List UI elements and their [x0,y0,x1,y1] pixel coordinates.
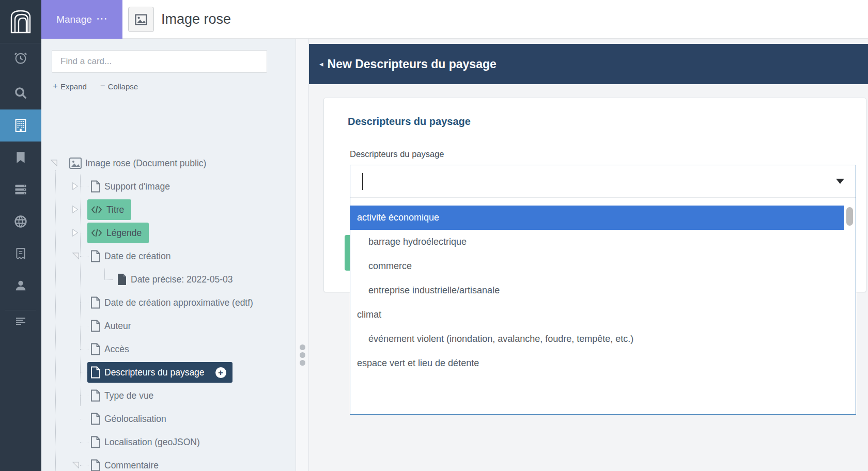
ellipsis-icon: ⋯ [96,12,107,25]
tree-item-label: Commentaire [104,460,159,471]
tree-row: Commentaire [41,454,296,471]
file-icon [90,459,101,471]
tree-row: Image rose (Document public) [41,152,296,175]
combobox-option[interactable]: espace vert et lieu de détente [350,351,856,375]
tree-item[interactable]: Auteur [87,316,134,336]
chevron-down-icon[interactable] [836,179,844,184]
plus-icon: + [53,81,58,91]
tree-item-label: Image rose (Document public) [85,158,206,169]
tree-item-label: Support d'image [104,181,170,192]
tree-item[interactable]: Descripteurs du paysage+ [87,362,233,383]
combobox-option[interactable]: commerce [350,254,856,278]
tree-item-label: Type de vue [104,390,153,401]
back-arrow-icon[interactable]: ◂ [319,59,323,69]
panel-splitter[interactable] [296,39,309,471]
sidebar-item-bookmark[interactable] [0,142,41,174]
tree-expander-closed[interactable] [71,182,79,193]
tree-controls: + Expand − Collapse [53,81,138,91]
sidebar-item-user[interactable] [0,270,41,302]
tree-item-label: Date précise: 2022-05-03 [131,274,233,285]
app-sidebar [0,0,41,471]
combobox-option[interactable]: barrage hydroélectrique [350,230,856,254]
manage-button-label: Manage [56,14,92,25]
descriptors-combobox: activité économiquebarrage hydroélectriq… [350,165,856,415]
combobox-option[interactable]: événement violent (inondation, avalanche… [350,327,856,351]
tree-item[interactable]: Date de création approximative (edtf) [87,292,256,313]
tree-item[interactable]: Localisation (geoJSON) [87,432,203,452]
form-panel: ◂ New Descripteurs du paysage Descripteu… [309,39,868,471]
file-icon [90,436,101,448]
tree-item[interactable]: Titre [87,199,131,220]
tree-item[interactable]: Type de vue [87,385,157,406]
tree-item[interactable]: Date précise: 2022-05-03 [114,269,236,290]
file-solid-icon [117,273,127,286]
tree-row: Type de vue [41,384,296,407]
combobox-search-input[interactable] [350,165,856,198]
search-input[interactable] [52,50,267,73]
combobox-option[interactable]: climat [350,303,856,327]
tree-expander-open[interactable] [71,252,80,262]
tree-item-label: Auteur [104,321,131,332]
manage-button[interactable]: Manage ⋯ [41,0,122,39]
tree-connector [104,279,113,280]
form-header-title: New Descripteurs du paysage [328,57,497,71]
tree-row: Accès [41,338,296,360]
sidebar-item-search[interactable] [0,77,41,109]
tree-item[interactable]: Date de création [87,246,174,266]
tree-item-label: Descripteurs du paysage [104,367,205,378]
tree-expander-closed[interactable] [71,205,79,216]
code-icon [90,205,103,214]
tree-item[interactable]: Commentaire [87,455,162,471]
file-icon [90,389,101,402]
card-tree-panel: + Expand − Collapse Image rose (Document… [41,39,296,471]
field-label: Descripteurs du paysage [350,149,444,159]
sidebar-item-building[interactable] [0,109,41,142]
card-heading: Descripteurs du paysage [348,116,471,128]
splitter-dot [300,360,305,366]
tree-row: Auteur [41,315,296,337]
tree-item-label: Titre [106,205,124,215]
tree-item[interactable]: Support d'image [87,176,173,197]
top-header-bar: Manage ⋯ Image rose [41,0,868,39]
sidebar-item-align-left[interactable] [0,305,41,337]
tree-item[interactable]: Accès [87,339,132,359]
file-icon [90,413,101,425]
combobox-option[interactable]: entreprise industrielle/artisanale [350,278,856,303]
tree-item[interactable]: Image rose (Document public) [66,153,209,174]
scrollbar-thumb[interactable] [846,207,853,226]
combobox-option[interactable]: activité économique [350,206,844,230]
file-icon [90,320,101,332]
collapse-all-button[interactable]: − Collapse [100,81,138,91]
tree-item[interactable]: Géolocalisation [87,409,169,429]
minus-icon: − [100,81,105,91]
tree-row: Géolocalisation [41,407,296,430]
arches-logo[interactable] [0,0,41,43]
file-icon [90,296,101,309]
tree-row: Localisation (geoJSON) [41,431,296,453]
tree-expander-open[interactable] [50,159,58,169]
tree-row: Légende [41,222,296,244]
image-icon [128,7,154,32]
expand-all-button[interactable]: + Expand [53,81,87,91]
file-icon [90,366,101,379]
tree-item-label: Date de création approximative (edtf) [104,297,253,308]
collapse-label: Collapse [108,82,138,91]
tree-row: Date de création [41,245,296,268]
splitter-dot [300,352,305,358]
tree-row: Support d'image [41,175,296,198]
tree-item-label: Date de création [104,251,171,262]
sidebar-item-alarm-clock[interactable] [0,42,41,74]
tree-item[interactable]: Légende [87,223,149,243]
code-icon [90,228,103,238]
tree-expander-closed[interactable] [71,228,79,239]
combobox-options-list: activité économiquebarrage hydroélectriq… [350,206,856,375]
sidebar-item-ticket[interactable] [0,238,41,270]
tree-item-label: Légende [106,228,142,239]
sidebar-item-globe[interactable] [0,206,41,238]
add-instance-button[interactable]: + [215,367,226,378]
sidebar-item-server-stack[interactable] [0,174,41,206]
tree-item-label: Géolocalisation [104,414,166,425]
tree-row: Descripteurs du paysage+ [41,361,296,384]
tree-expander-open[interactable] [71,461,80,471]
image-icon [69,158,82,169]
